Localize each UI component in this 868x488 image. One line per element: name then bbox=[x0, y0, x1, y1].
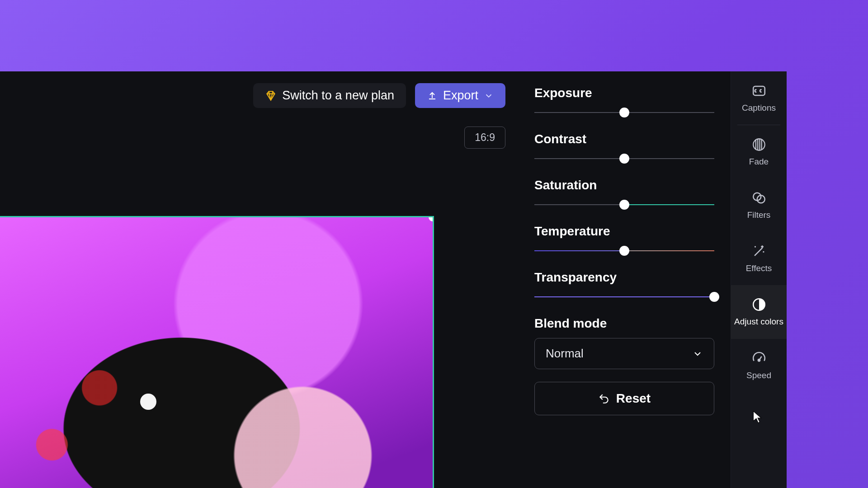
magic-wand-icon bbox=[751, 244, 767, 259]
speedometer-icon bbox=[751, 351, 767, 366]
switch-plan-button[interactable]: Switch to a new plan bbox=[253, 83, 406, 108]
slider-exposure[interactable] bbox=[534, 105, 714, 120]
slider-label-saturation: Saturation bbox=[534, 178, 714, 192]
slider-label-transparency: Transparency bbox=[534, 270, 714, 285]
undo-icon bbox=[598, 393, 610, 404]
rail-label: Filters bbox=[747, 210, 771, 220]
slider-label-temperature: Temperature bbox=[534, 224, 714, 239]
slider-label-exposure: Exposure bbox=[534, 86, 714, 100]
rail-item-adjust-colors[interactable]: Adjust colors bbox=[731, 285, 787, 339]
rail-item-captions[interactable]: Captions bbox=[731, 71, 787, 125]
slider-saturation[interactable] bbox=[534, 197, 714, 212]
video-preview[interactable] bbox=[0, 216, 434, 488]
reset-button[interactable]: Reset bbox=[534, 382, 714, 415]
diamond-icon bbox=[265, 90, 277, 102]
video-frame bbox=[0, 217, 433, 488]
aspect-ratio-selector[interactable]: 16:9 bbox=[464, 127, 505, 149]
xbox-logo-icon bbox=[140, 394, 156, 410]
export-button[interactable]: Export bbox=[415, 83, 505, 108]
rail-label: Effects bbox=[746, 263, 772, 273]
rail-label: Captions bbox=[742, 103, 776, 113]
rail-item-effects[interactable]: Effects bbox=[731, 232, 787, 285]
reset-label: Reset bbox=[616, 391, 651, 406]
upload-icon bbox=[427, 90, 438, 101]
rail-item-fade[interactable]: Fade bbox=[731, 125, 787, 178]
filters-icon bbox=[751, 190, 767, 206]
aspect-ratio-value: 16:9 bbox=[475, 131, 495, 143]
switch-plan-label: Switch to a new plan bbox=[282, 89, 394, 102]
blend-mode-label: Blend mode bbox=[534, 316, 714, 331]
captions-icon bbox=[751, 83, 767, 99]
app-window: Switch to a new plan Export 16:9 E bbox=[0, 71, 787, 488]
blend-mode-select[interactable]: Normal bbox=[534, 338, 714, 369]
rail-label: Adjust colors bbox=[734, 317, 783, 327]
adjust-colors-icon bbox=[751, 297, 767, 312]
slider-label-contrast: Contrast bbox=[534, 132, 714, 146]
blend-mode-value: Normal bbox=[546, 347, 584, 361]
export-label: Export bbox=[443, 89, 478, 102]
rail-label: Speed bbox=[746, 371, 771, 380]
rail-item-speed[interactable]: Speed bbox=[731, 339, 787, 392]
slider-contrast[interactable] bbox=[534, 151, 714, 166]
svg-point-1 bbox=[753, 139, 765, 150]
top-toolbar: Switch to a new plan Export bbox=[253, 83, 505, 108]
main-column: Switch to a new plan Export 16:9 bbox=[0, 71, 518, 488]
slider-transparency[interactable] bbox=[534, 289, 714, 305]
fade-icon bbox=[751, 137, 767, 152]
chevron-down-icon bbox=[692, 348, 703, 359]
chevron-down-icon bbox=[484, 91, 494, 101]
rail-item-filters[interactable]: Filters bbox=[731, 178, 787, 232]
rail-label: Fade bbox=[749, 157, 769, 167]
slider-temperature[interactable] bbox=[534, 243, 714, 258]
adjust-colors-panel: Exposure Contrast Saturation Temperature… bbox=[518, 71, 731, 488]
right-rail: Captions Fade Filters Effects bbox=[731, 71, 787, 488]
